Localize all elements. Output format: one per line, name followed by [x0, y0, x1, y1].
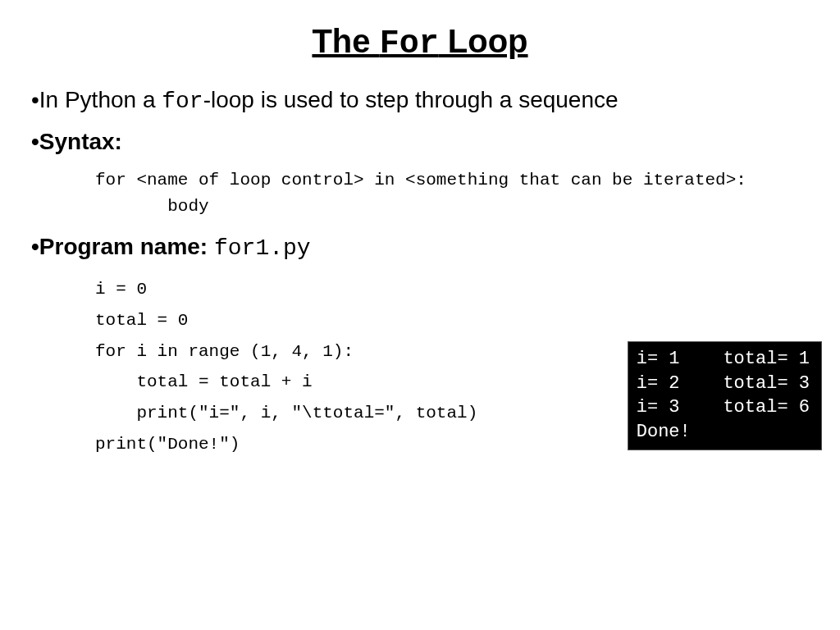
intro-keyword: for — [162, 89, 203, 114]
title-keyword: For — [380, 25, 439, 62]
title-pre: The — [312, 23, 379, 59]
syntax-code: for <name of loop control> in <something… — [95, 167, 809, 219]
bullet-intro: •In Python a for-loop is used to step th… — [31, 85, 809, 116]
bullet-syntax-label: •Syntax: — [31, 127, 809, 156]
slide-title: The For Loop — [0, 23, 840, 62]
intro-post: -loop is used to step through a sequence — [203, 87, 619, 112]
program-filename: for1.py — [214, 235, 311, 261]
bullet-program: •Program name: for1.py — [31, 232, 809, 262]
title-post: Loop — [439, 23, 528, 59]
terminal-output: i= 1 total= 1 i= 2 total= 3 i= 3 total= … — [628, 341, 822, 450]
intro-pre: •In Python a — [31, 87, 162, 112]
slide: The For Loop •In Python a for-loop is us… — [0, 23, 840, 630]
program-pre: •Program name: — [31, 234, 214, 259]
